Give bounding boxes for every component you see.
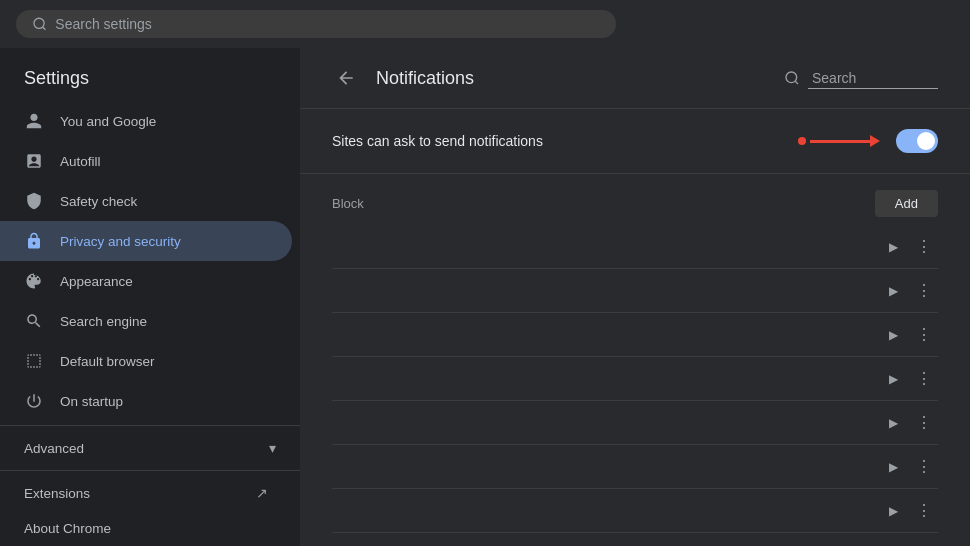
sidebar-item-label: You and Google <box>60 114 156 129</box>
chevron-right-icon: ▶ <box>889 240 898 254</box>
chevron-right-icon: ▶ <box>889 284 898 298</box>
person-icon <box>24 111 44 131</box>
chevron-right-icon: ▶ <box>889 328 898 342</box>
sidebar-item-on-startup[interactable]: On startup <box>0 381 292 421</box>
chevron-down-icon: ▾ <box>269 440 276 456</box>
red-arrow <box>798 135 880 147</box>
arrow-head <box>870 135 880 147</box>
sidebar-item-advanced[interactable]: Advanced ▾ <box>0 430 300 466</box>
lock-icon <box>24 231 44 251</box>
sidebar-divider-2 <box>0 470 300 471</box>
content-header-left: Notifications <box>332 64 474 92</box>
chevron-right-icon: ▶ <box>889 372 898 386</box>
sidebar-item-search-engine[interactable]: Search engine <box>0 301 292 341</box>
content-area: Notifications Sites can ask to send noti… <box>300 48 970 546</box>
svg-point-2 <box>786 72 797 83</box>
toggle-label: Sites can ask to send notifications <box>332 133 543 149</box>
sidebar-item-label: Appearance <box>60 274 133 289</box>
list-item: ▶ ⋮ <box>332 269 938 313</box>
arrow-line <box>810 140 870 143</box>
sidebar-item-label: Search engine <box>60 314 147 329</box>
more-options-icon[interactable]: ⋮ <box>910 323 938 346</box>
sidebar-item-label: Default browser <box>60 354 155 369</box>
block-section: Block Add ▶ ⋮ ▶ ⋮ ▶ ⋮ ▶ ⋮ ▶ ⋮ <box>300 174 970 546</box>
top-bar <box>0 0 970 48</box>
power-icon <box>24 391 44 411</box>
shield-icon <box>24 191 44 211</box>
sidebar-item-extensions[interactable]: Extensions ↗ <box>0 475 292 511</box>
global-search-bar[interactable] <box>16 10 616 38</box>
notifications-toggle-row: Sites can ask to send notifications <box>300 109 970 174</box>
sidebar-item-default-browser[interactable]: Default browser <box>0 341 292 381</box>
svg-line-1 <box>43 27 46 30</box>
list-item: ▶ ⋮ <box>332 225 938 269</box>
sidebar: Settings You and Google Autofill Safety … <box>0 48 300 546</box>
sidebar-item-you-and-google[interactable]: You and Google <box>0 101 292 141</box>
block-label: Block <box>332 196 364 211</box>
main-layout: Settings You and Google Autofill Safety … <box>0 48 970 546</box>
more-options-icon[interactable]: ⋮ <box>910 279 938 302</box>
sidebar-item-label: Autofill <box>60 154 101 169</box>
notifications-toggle[interactable] <box>896 129 938 153</box>
svg-line-3 <box>795 81 798 84</box>
sidebar-item-about-chrome[interactable]: About Chrome <box>0 511 292 546</box>
autofill-icon <box>24 151 44 171</box>
more-options-icon[interactable]: ⋮ <box>910 455 938 478</box>
block-header: Block Add <box>332 190 938 217</box>
more-options-icon[interactable]: ⋮ <box>910 411 938 434</box>
header-search-input[interactable] <box>808 68 938 89</box>
search-icon-header <box>784 70 800 86</box>
search-icon <box>32 16 47 32</box>
page-title: Notifications <box>376 68 474 89</box>
global-search-input[interactable] <box>55 16 600 32</box>
chevron-right-icon: ▶ <box>889 416 898 430</box>
sidebar-item-autofill[interactable]: Autofill <box>0 141 292 181</box>
list-item: ▶ ⋮ <box>332 313 938 357</box>
chevron-right-icon: ▶ <box>889 504 898 518</box>
palette-icon <box>24 271 44 291</box>
sidebar-item-appearance[interactable]: Appearance <box>0 261 292 301</box>
header-search <box>784 68 938 89</box>
chevron-right-icon: ▶ <box>889 460 898 474</box>
external-link-icon: ↗ <box>256 485 268 501</box>
sidebar-item-label: On startup <box>60 394 123 409</box>
sidebar-item-label: Privacy and security <box>60 234 181 249</box>
content-header: Notifications <box>300 48 970 109</box>
list-item: ▶ ⋮ <box>332 357 938 401</box>
extensions-label: Extensions <box>24 486 90 501</box>
sidebar-item-safety-check[interactable]: Safety check <box>0 181 292 221</box>
advanced-label: Advanced <box>24 441 84 456</box>
sidebar-title: Settings <box>0 56 300 101</box>
svg-point-0 <box>34 18 44 28</box>
back-button[interactable] <box>332 64 360 92</box>
browser-icon <box>24 351 44 371</box>
more-options-icon[interactable]: ⋮ <box>910 367 938 390</box>
list-item: ▶ ⋮ <box>332 445 938 489</box>
more-options-icon[interactable]: ⋮ <box>910 499 938 522</box>
more-options-icon[interactable]: ⋮ <box>910 235 938 258</box>
search-engine-icon <box>24 311 44 331</box>
about-chrome-label: About Chrome <box>24 521 111 536</box>
sidebar-item-privacy-security[interactable]: Privacy and security <box>0 221 292 261</box>
list-item: ▶ ⋮ <box>332 533 938 546</box>
sidebar-item-label: Safety check <box>60 194 137 209</box>
arrow-dot <box>798 137 806 145</box>
toggle-knob <box>917 132 935 150</box>
sidebar-divider <box>0 425 300 426</box>
toggle-area <box>798 129 938 153</box>
list-item: ▶ ⋮ <box>332 401 938 445</box>
add-button[interactable]: Add <box>875 190 938 217</box>
list-item: ▶ ⋮ <box>332 489 938 533</box>
